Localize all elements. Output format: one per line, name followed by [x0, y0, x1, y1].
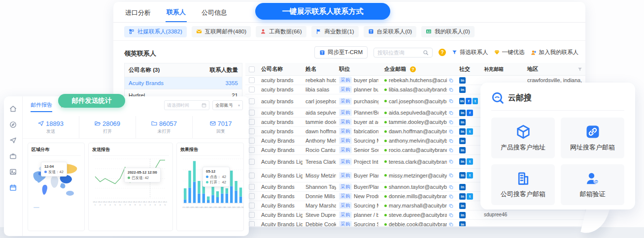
company-row[interactable]: Acuity Brands3355: [125, 77, 242, 89]
row-checkbox[interactable]: [249, 221, 255, 226]
facebook-icon[interactable]: f: [466, 98, 471, 104]
linkedin-icon[interactable]: in: [459, 158, 466, 165]
linkedin-icon[interactable]: in: [459, 98, 465, 104]
mail-stat-value: 86057: [159, 120, 177, 127]
twitter-icon[interactable]: t: [467, 193, 473, 200]
contacts-callout-pill: 一键展示联系人联系方式: [255, 3, 390, 20]
contact-email: rebekah.hutchens@acuitybrands.com: [381, 77, 456, 83]
source-tab[interactable]: 商业数据(1): [311, 26, 359, 37]
copy-email-icon[interactable]: [449, 173, 453, 178]
copy-email-icon[interactable]: [449, 194, 453, 199]
account-select[interactable]: 全部账号 ▾: [212, 100, 243, 110]
copy-email-icon[interactable]: [449, 139, 453, 143]
org-icon: [129, 29, 135, 35]
linkedin-icon[interactable]: in: [459, 203, 466, 209]
copy-email-icon[interactable]: [449, 222, 453, 227]
copy-email-icon[interactable]: [449, 159, 453, 164]
compass-icon[interactable]: [9, 121, 17, 128]
source-tab-label: 自采联系人(0): [377, 28, 412, 35]
copy-email-icon[interactable]: [449, 88, 453, 92]
search-input[interactable]: [377, 50, 420, 56]
twitter-icon[interactable]: t: [473, 98, 478, 104]
home-icon[interactable]: [9, 105, 17, 113]
briefcase-icon[interactable]: [9, 152, 17, 160]
linkedin-icon[interactable]: in: [459, 87, 466, 93]
company-contact-count: 3355: [198, 77, 242, 89]
linkedin-icon[interactable]: in: [459, 147, 466, 153]
add-to-my-contacts-button[interactable]: 加入我的联系人: [531, 49, 579, 56]
select-all-checkbox[interactable]: [249, 66, 255, 72]
send-icon[interactable]: [9, 137, 17, 144]
tab-联系人[interactable]: 联系人: [166, 2, 187, 22]
filter-contacts-button[interactable]: 筛选联系人: [452, 49, 488, 56]
row-checkbox[interactable]: [249, 193, 255, 199]
svg-text:05-0: 05-0: [113, 201, 117, 203]
row-checkbox[interactable]: [249, 203, 255, 208]
tab-公司信息[interactable]: 公司信息: [201, 2, 228, 22]
copy-email-icon[interactable]: [449, 204, 453, 208]
copy-email-icon[interactable]: [449, 213, 453, 217]
gallery-icon[interactable]: [9, 168, 17, 176]
copy-email-icon[interactable]: [449, 129, 453, 134]
row-checkbox[interactable]: [249, 173, 255, 178]
contact-row[interactable]: Acuity Brands LightingSteve Dupree采购plan…: [245, 210, 585, 220]
linkedin-icon[interactable]: in: [459, 193, 466, 200]
source-tab[interactable]: 社媒联系人(3382): [124, 26, 187, 37]
contact-name: aida sepulveda: [303, 110, 336, 116]
email-help-icon[interactable]: ?: [410, 66, 416, 72]
sync-tcrm-button[interactable]: 同步至T-CRM: [314, 46, 368, 59]
cloud-tile[interactable]: @邮箱验证: [561, 164, 624, 205]
cloud-tile[interactable]: 网址搜客户邮箱: [561, 118, 624, 158]
twitter-icon[interactable]: t: [467, 172, 473, 178]
linkedin-icon[interactable]: in: [459, 184, 466, 190]
contact-row[interactable]: Acuity Brands LightingDebbie Cook采购Sourc…: [245, 220, 585, 226]
twitter-icon[interactable]: t: [467, 128, 473, 135]
source-tab[interactable]: 自采联系人(0): [364, 26, 417, 37]
row-checkbox[interactable]: [249, 98, 255, 104]
copy-email-icon[interactable]: [449, 185, 453, 189]
linkedin-icon[interactable]: in: [459, 138, 466, 144]
copy-email-icon[interactable]: [449, 120, 453, 124]
linkedin-icon[interactable]: in: [459, 77, 466, 84]
linkedin-icon[interactable]: in: [459, 110, 466, 116]
title-text: Sourcing Manager: [354, 138, 378, 144]
bar-tooltip: 05-12点击： 42打开： 42: [203, 167, 230, 187]
region-filter-icon[interactable]: [577, 67, 582, 72]
copy-email-icon[interactable]: [449, 78, 453, 83]
row-checkbox[interactable]: [249, 147, 255, 153]
copy-email-icon[interactable]: [449, 148, 453, 152]
row-checkbox[interactable]: [249, 110, 255, 116]
copy-email-icon[interactable]: [449, 111, 453, 115]
row-checkbox[interactable]: [249, 128, 255, 134]
row-checkbox[interactable]: [249, 138, 255, 144]
date-range-picker[interactable]: 请选择时间: [164, 100, 209, 110]
one-key-optimize-button[interactable]: 一键优选: [494, 49, 525, 56]
row-checkbox[interactable]: [249, 119, 255, 125]
linkedin-icon[interactable]: in: [459, 119, 466, 125]
linkedin-icon[interactable]: in: [459, 212, 466, 218]
help-icon[interactable]: ?: [439, 49, 446, 56]
row-checkbox[interactable]: [249, 87, 255, 92]
source-tab[interactable]: 工商数据(66): [256, 26, 306, 37]
source-tab[interactable]: 互联网邮件(480): [192, 26, 251, 37]
search-icon[interactable]: [423, 50, 429, 56]
facebook-icon[interactable]: f: [467, 110, 473, 116]
row-checkbox[interactable]: [249, 184, 255, 190]
extra-email-line: sdupree46: [484, 212, 521, 218]
linkedin-icon[interactable]: in: [459, 172, 466, 178]
send-report-line-chart[interactable]: 05-0105-0205-0305-0405-0505-0605-0705-08…: [92, 156, 168, 209]
cloud-tile[interactable]: 产品搜客户地址: [491, 118, 555, 158]
mail-tab[interactable]: 邮件报告: [31, 101, 52, 112]
linkedin-icon[interactable]: in: [459, 128, 466, 135]
tab-进口分析[interactable]: 进口分析: [124, 2, 152, 22]
tbox-icon: [368, 29, 374, 35]
source-tab[interactable]: 我的联系人(0): [421, 26, 475, 37]
twitter-icon[interactable]: t: [467, 158, 473, 165]
row-checkbox[interactable]: [249, 77, 255, 83]
row-checkbox[interactable]: [249, 159, 255, 165]
cloud-tile[interactable]: 公司搜客户邮箱: [491, 164, 555, 205]
row-checkbox[interactable]: [249, 212, 255, 218]
calendar-icon[interactable]: [9, 184, 17, 191]
linkedin-icon[interactable]: in: [459, 221, 466, 227]
copy-email-icon[interactable]: [449, 99, 453, 103]
